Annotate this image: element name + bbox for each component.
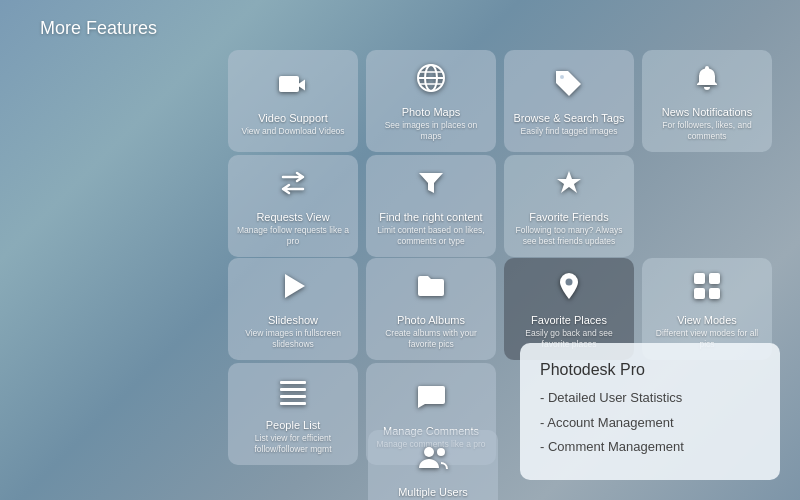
svg-rect-9 (709, 273, 720, 284)
photo-maps-desc: See images in places on maps (374, 120, 488, 142)
tile-photo-albums[interactable]: Photo Albums Create albums with your fav… (366, 258, 496, 360)
users-icon (417, 442, 449, 481)
svg-point-5 (560, 75, 564, 79)
svg-marker-6 (285, 274, 305, 298)
video-support-title: Video Support (258, 112, 328, 124)
tile-news-notifications[interactable]: News Notifications For followers, likes,… (642, 50, 772, 152)
filter-icon (415, 167, 447, 206)
svg-rect-15 (280, 402, 306, 405)
tile-photo-maps[interactable]: Photo Maps See images in places on maps (366, 50, 496, 152)
svg-rect-12 (280, 381, 306, 384)
slideshow-title: Slideshow (268, 314, 318, 326)
bell-icon (691, 62, 723, 101)
tile-slideshow[interactable]: Slideshow View images in fullscreen slid… (228, 258, 358, 360)
requests-view-title: Requests View (256, 211, 329, 223)
svg-point-17 (437, 448, 445, 456)
photo-maps-title: Photo Maps (402, 106, 461, 118)
video-icon (277, 68, 309, 107)
requests-view-desc: Manage follow requests like a pro (236, 225, 350, 247)
svg-point-16 (424, 447, 434, 457)
pin-icon (553, 270, 585, 309)
arrows-icon (277, 167, 309, 206)
folder-icon (415, 270, 447, 309)
news-notifications-desc: For followers, likes, and comments (650, 120, 764, 142)
find-right-content-desc: Limit content based on likes, comments o… (374, 225, 488, 247)
pro-box-title: Photodesk Pro (540, 361, 760, 379)
pro-item-3: - Comment Management (540, 438, 760, 456)
list-icon (277, 375, 309, 414)
tile-requests-view[interactable]: Requests View Manage follow requests lik… (228, 155, 358, 257)
svg-rect-13 (280, 388, 306, 391)
comment-icon (415, 381, 447, 420)
svg-rect-11 (709, 288, 720, 299)
tile-browse-search-tags[interactable]: Browse & Search Tags Easily find tagged … (504, 50, 634, 152)
svg-point-7 (566, 279, 573, 286)
svg-rect-8 (694, 273, 705, 284)
tile-find-right-content[interactable]: Find the right content Limit content bas… (366, 155, 496, 257)
find-right-content-title: Find the right content (379, 211, 482, 223)
pro-box: Photodesk Pro - Detailed User Statistics… (520, 343, 780, 480)
multiple-users-title: Multiple Users (398, 486, 468, 498)
slideshow-desc: View images in fullscreen slideshows (236, 328, 350, 350)
page-title: More Features (0, 0, 800, 39)
people-list-title: People List (266, 419, 320, 431)
photo-albums-desc: Create albums with your favorite pics (374, 328, 488, 350)
play-icon (277, 270, 309, 309)
tile-people-list[interactable]: People List List view for efficient foll… (228, 363, 358, 465)
tile-video-support[interactable]: Video Support View and Download Videos (228, 50, 358, 152)
svg-rect-14 (280, 395, 306, 398)
favorite-places-title: Favorite Places (531, 314, 607, 326)
tile-favorite-friends[interactable]: Favorite Friends Following too many? Alw… (504, 155, 634, 257)
pro-item-1: - Detailed User Statistics (540, 389, 760, 407)
news-notifications-title: News Notifications (662, 106, 752, 118)
tag-icon (553, 68, 585, 107)
globe-icon (415, 62, 447, 101)
view-modes-title: View Modes (677, 314, 737, 326)
star-icon (553, 167, 585, 206)
photo-albums-title: Photo Albums (397, 314, 465, 326)
svg-rect-10 (694, 288, 705, 299)
tile-multiple-users[interactable]: Multiple Users Have more than one IG use… (368, 430, 498, 500)
grid-icon (691, 270, 723, 309)
browse-search-tags-desc: Easily find tagged images (521, 126, 618, 137)
favorite-friends-desc: Following too many? Always see best frie… (512, 225, 626, 247)
people-list-desc: List view for efficient follow/follower … (236, 433, 350, 455)
pro-item-2: - Account Management (540, 414, 760, 432)
video-support-desc: View and Download Videos (241, 126, 344, 137)
browse-search-tags-title: Browse & Search Tags (513, 112, 624, 124)
favorite-friends-title: Favorite Friends (529, 211, 608, 223)
